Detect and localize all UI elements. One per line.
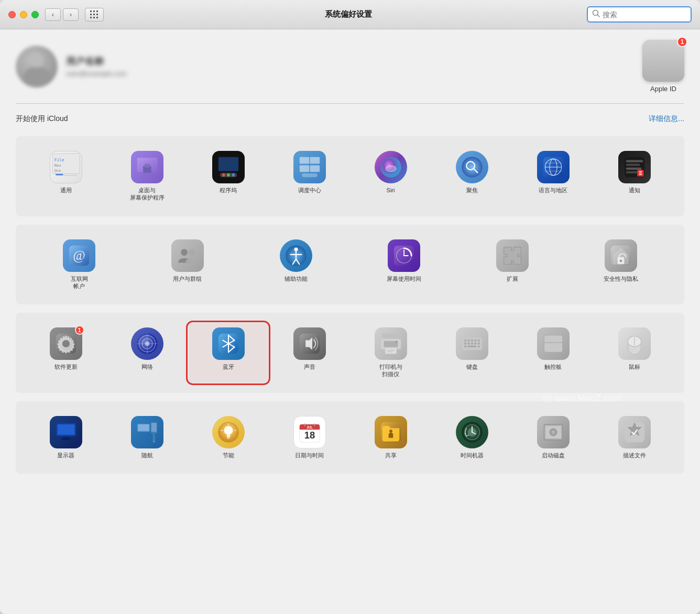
svg-rect-40 (639, 174, 642, 174)
svg-rect-36 (626, 171, 637, 173)
accessibility-icon (280, 239, 312, 272)
pref-item-display[interactable]: 显示器 (26, 412, 105, 463)
pref-item-sharing[interactable]: 共享 (351, 412, 430, 463)
icloud-detail-link[interactable]: 详细信息... (649, 114, 684, 124)
svg-point-57 (620, 259, 622, 261)
svg-rect-104 (61, 438, 70, 440)
pref-item-general[interactable]: File New One 通用 (26, 147, 105, 206)
users-label: 用户与群组 (173, 275, 202, 282)
svg-rect-16 (299, 157, 309, 164)
svg-rect-90 (471, 343, 473, 345)
svg-text:JUL: JUL (306, 425, 312, 429)
softwareupdate-label: 软件更新 (54, 363, 78, 370)
sound-label: 声音 (304, 363, 315, 370)
avatar[interactable] (16, 46, 58, 87)
spotlight-label: 聚焦 (466, 187, 478, 194)
general-label: 通用 (60, 187, 72, 194)
siri-label: Siri (387, 187, 395, 194)
svg-rect-110 (152, 433, 155, 441)
pref-grid-4: 显示器 随航 (26, 412, 674, 463)
pref-item-softwareupdate[interactable]: 1 (26, 323, 105, 382)
svg-rect-103 (62, 437, 69, 438)
pref-item-missioncontrol[interactable]: 调度中心 (270, 147, 349, 206)
search-box[interactable] (587, 6, 692, 23)
svg-rect-35 (626, 168, 641, 170)
handoff-icon (131, 416, 163, 448)
pref-section-1: File New One 通用 (16, 136, 684, 216)
pref-item-screentime[interactable]: 屏幕使用时间 (351, 235, 457, 294)
keyboard-icon (456, 327, 488, 360)
svg-text:@: @ (73, 247, 86, 262)
window-title: 系统偏好设置 (110, 9, 587, 19)
internet-icon: @ (63, 239, 95, 272)
back-button[interactable]: ‹ (45, 8, 61, 21)
user-left: 用户名称 user@example.com (16, 46, 127, 87)
keyboard-label: 键盘 (466, 363, 478, 370)
svg-rect-95 (477, 346, 479, 348)
svg-rect-88 (464, 343, 466, 345)
pref-item-startupdisk[interactable]: 启动磁盘 (513, 412, 593, 463)
svg-point-60 (62, 340, 69, 347)
pref-item-security[interactable]: 安全性与隐私 (567, 235, 674, 294)
pref-item-users[interactable]: 用户与群组 (135, 235, 241, 294)
datetime-icon: JUL 18 (293, 416, 326, 448)
svg-rect-113 (226, 435, 230, 436)
pref-item-handoff[interactable]: 随航 (107, 412, 187, 463)
pref-item-desktop[interactable]: 桌面与屏幕保护程序 (107, 147, 187, 206)
svg-rect-33 (626, 160, 643, 162)
close-button[interactable] (8, 11, 16, 18)
svg-rect-2 (56, 157, 76, 175)
pref-item-notifications[interactable]: 通知 (595, 147, 674, 206)
pref-item-internet[interactable]: @ 互联网帐户 (26, 235, 133, 294)
pref-item-mouse[interactable]: 鼠标 (595, 323, 674, 382)
datetime-label: 日期与时间 (295, 452, 324, 459)
pref-item-language[interactable]: 语言与地区 (513, 147, 593, 206)
users-icon (171, 239, 204, 272)
grid-view-button[interactable] (85, 8, 104, 21)
forward-button[interactable]: › (63, 8, 79, 21)
handoff-label: 随航 (141, 452, 153, 459)
svg-rect-39 (639, 173, 642, 173)
user-section: 用户名称 user@example.com 1 Apple ID (16, 40, 684, 104)
svg-rect-83 (464, 339, 466, 342)
pref-item-dock[interactable]: 程序坞 (189, 147, 268, 206)
notifications-icon (618, 151, 651, 183)
svg-rect-11 (218, 157, 238, 171)
sound-icon (293, 327, 326, 360)
pref-item-bluetooth[interactable]: 蓝牙 (189, 323, 268, 382)
pref-item-sound[interactable]: 声音 (270, 323, 349, 382)
startupdisk-label: 启动磁盘 (542, 452, 565, 459)
main-content: 用户名称 user@example.com 1 Apple ID 开始使用 iC… (0, 29, 700, 614)
svg-rect-87 (477, 339, 479, 342)
pref-item-datetime[interactable]: JUL 18 日期与时间 (270, 412, 349, 463)
search-input[interactable] (603, 10, 686, 19)
pref-item-printers[interactable]: 打印机与扫描仪 (351, 323, 430, 382)
apple-id-button[interactable]: 1 (642, 40, 684, 82)
bluetooth-icon (212, 327, 245, 360)
svg-point-112 (224, 426, 233, 435)
pref-item-spotlight[interactable]: 聚焦 (432, 147, 511, 206)
svg-rect-3 (56, 157, 63, 175)
pref-item-siri[interactable]: Siri (351, 147, 430, 206)
pref-item-profiles[interactable]: 描述文件 (595, 412, 674, 463)
maximize-button[interactable] (31, 11, 39, 18)
svg-rect-10 (145, 164, 150, 168)
svg-point-81 (396, 341, 397, 343)
pref-item-network[interactable]: 网络 (107, 323, 187, 382)
pref-item-timemachine[interactable]: 时间机器 (432, 412, 511, 463)
pref-item-trackpad[interactable]: 触控板 (513, 323, 593, 382)
software-update-badge: 1 (75, 325, 84, 335)
pref-item-keyboard[interactable]: 键盘 (432, 323, 511, 382)
pref-section-3: 1 (16, 313, 684, 393)
pref-item-accessibility[interactable]: 辅助功能 (243, 235, 349, 294)
pref-item-extensions[interactable]: 扩展 (460, 235, 566, 294)
titlebar: ‹ › 系统偏好设置 (0, 0, 700, 29)
pref-grid-3: 1 (26, 323, 674, 382)
pref-item-energy[interactable]: 节能 (189, 412, 268, 463)
extensions-icon (496, 239, 529, 272)
profiles-icon (618, 416, 651, 448)
svg-rect-17 (310, 157, 319, 164)
general-icon: File New One (50, 151, 82, 183)
svg-point-14 (227, 173, 230, 177)
minimize-button[interactable] (20, 11, 27, 18)
